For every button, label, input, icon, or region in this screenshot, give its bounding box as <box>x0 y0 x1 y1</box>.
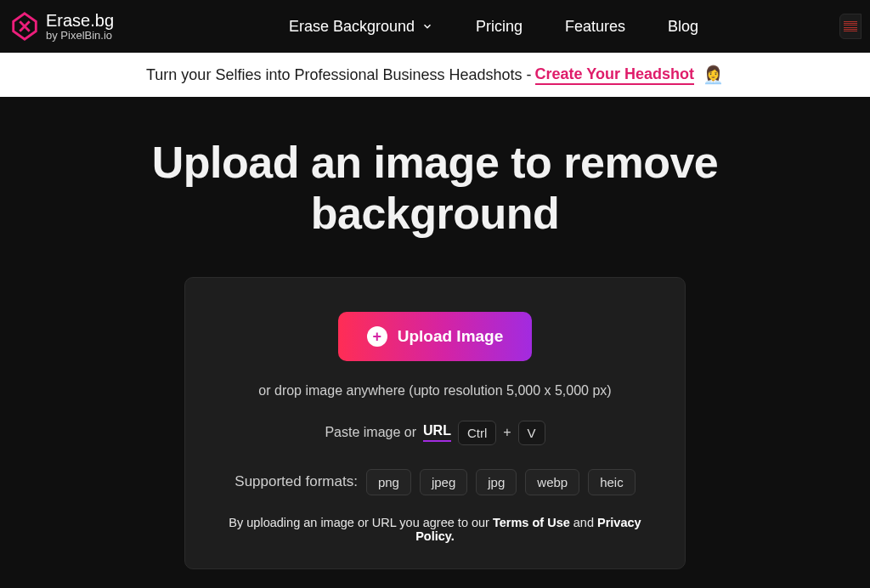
nav-features[interactable]: Features <box>565 18 625 36</box>
logo-icon <box>8 10 41 42</box>
paste-prefix: Paste image or <box>325 425 416 440</box>
terms-mid: and <box>570 516 597 529</box>
paste-url-link[interactable]: URL <box>423 423 451 442</box>
terms-text: By uploading an image or URL you agree t… <box>211 516 659 543</box>
formats-row: Supported formats: png jpeg jpg webp hei… <box>211 469 659 495</box>
drop-hint: or drop image anywhere (upto resolution … <box>211 383 659 399</box>
format-chip: webp <box>525 469 579 495</box>
paste-row: Paste image or URL Ctrl + V <box>211 421 659 445</box>
format-chip: jpeg <box>420 469 467 495</box>
kbd-v: V <box>518 421 545 445</box>
format-chip: jpg <box>476 469 517 495</box>
page-title: Upload an image to remove background <box>53 138 817 240</box>
nav-label: Erase Background <box>289 18 415 36</box>
banner-link[interactable]: Create Your Headshot <box>535 65 694 85</box>
plus-icon: + <box>367 326 387 347</box>
header: Erase.bg by PixelBin.io Erase Background… <box>0 0 870 53</box>
upload-button[interactable]: + Upload Image <box>338 312 533 361</box>
kbd-plus: + <box>503 425 511 440</box>
upload-button-label: Upload Image <box>398 327 504 346</box>
nav-erase-background[interactable]: Erase Background <box>289 18 433 36</box>
language-selector[interactable] <box>839 14 862 39</box>
chevron-down-icon <box>421 20 433 32</box>
brand-subtitle: by PixelBin.io <box>46 30 114 42</box>
brand-title: Erase.bg <box>46 11 114 30</box>
kbd-ctrl: Ctrl <box>458 421 496 445</box>
brand[interactable]: Erase.bg by PixelBin.io <box>8 10 114 42</box>
promo-banner: Turn your Selfies into Professional Busi… <box>0 53 870 97</box>
formats-label: Supported formats: <box>234 473 358 490</box>
banner-emoji: 👩‍💼 <box>703 65 724 85</box>
format-chip: png <box>366 469 411 495</box>
banner-text: Turn your Selfies into Professional Busi… <box>146 66 532 84</box>
nav-blog[interactable]: Blog <box>668 18 698 36</box>
flag-icon <box>844 21 857 31</box>
upload-card: + Upload Image or drop image anywhere (u… <box>184 277 686 569</box>
terms-link[interactable]: Terms of Use <box>493 516 570 529</box>
nav-pricing[interactable]: Pricing <box>476 18 523 36</box>
hero: Upload an image to remove background + U… <box>0 97 870 569</box>
nav: Erase Background Pricing Features Blog <box>289 18 698 36</box>
terms-prefix: By uploading an image or URL you agree t… <box>229 516 493 529</box>
format-chip: heic <box>588 469 636 495</box>
